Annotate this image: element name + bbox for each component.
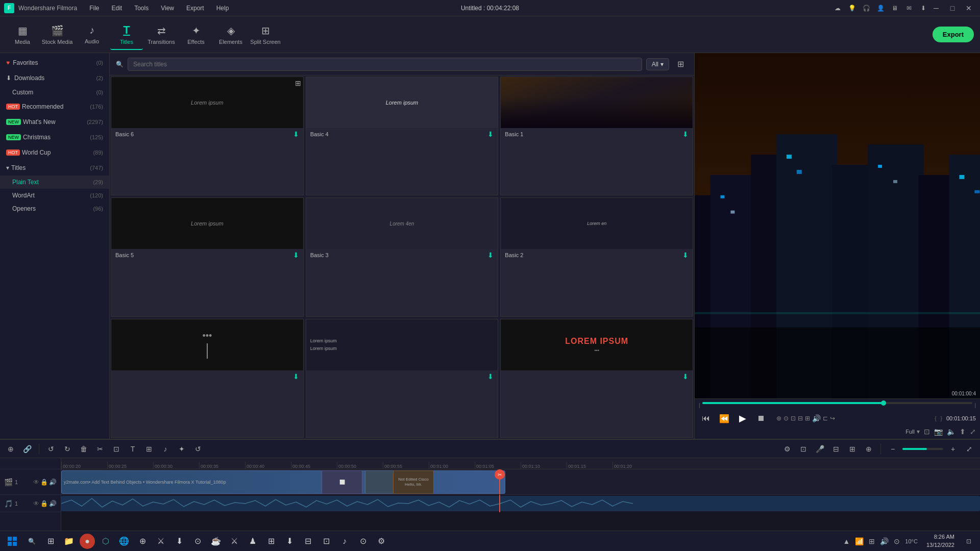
- tool-media[interactable]: ▦ Media: [6, 19, 39, 50]
- clip-thumbnail-3[interactable]: Not Edited Cisco Hello, Mr.: [393, 470, 434, 494]
- filter-dropdown[interactable]: All ▾: [646, 58, 669, 70]
- sidebar-item-christmas[interactable]: NEW Christmas (125): [0, 130, 109, 145]
- card-download-icon[interactable]: ⬇: [682, 372, 689, 381]
- audio-eye-icon[interactable]: 👁: [33, 500, 39, 507]
- title-card-basic6[interactable]: Lorem ipsum ⊞ Basic 6 ⬇: [111, 77, 304, 195]
- audio-btn[interactable]: ♪: [159, 442, 172, 456]
- tray-icon-2[interactable]: ⊞: [867, 537, 876, 545]
- effects-tl-button[interactable]: ✦: [175, 442, 188, 456]
- taskbar-app10[interactable]: ⊞: [263, 534, 279, 549]
- cloud-icon[interactable]: ☁: [832, 3, 843, 14]
- screenshot-icon[interactable]: 📷: [934, 428, 943, 436]
- sidebar-item-worldcup[interactable]: HOT World Cup (89): [0, 145, 109, 160]
- title-card-basic3[interactable]: Lorem 4en Basic 3 ⬇: [306, 197, 499, 316]
- audio-preview-icon[interactable]: 🔈: [947, 428, 955, 436]
- sidebar-item-whatsnew[interactable]: NEW What's New (2297): [0, 114, 109, 130]
- card-download-icon[interactable]: ⬇: [293, 251, 299, 259]
- monitor-icon[interactable]: 🖥: [889, 3, 900, 14]
- chevron-down-icon[interactable]: ▾: [917, 428, 920, 435]
- ctrl-icon-6[interactable]: ⊏: [823, 415, 828, 422]
- settings-tl-button[interactable]: ⚙: [780, 442, 794, 456]
- zoom-in-button[interactable]: +: [946, 442, 960, 456]
- text-button[interactable]: T: [126, 442, 139, 456]
- taskbar-app14[interactable]: ♪: [337, 534, 352, 549]
- taskbar-chrome[interactable]: 🌐: [116, 534, 132, 549]
- tray-icon-1[interactable]: ▲: [842, 537, 852, 545]
- step-back-button[interactable]: ⏪: [717, 411, 731, 425]
- tool-audio[interactable]: ♪ Audio: [76, 19, 108, 50]
- stop-button[interactable]: ⏹: [754, 411, 768, 425]
- play-button[interactable]: ▶: [736, 411, 750, 425]
- title-card-basic5[interactable]: Lorem ipsum Basic 5 ⬇: [111, 197, 304, 316]
- tray-icon-3[interactable]: ⊙: [892, 537, 901, 545]
- tool-titles[interactable]: T Titles: [110, 19, 143, 50]
- tool-split[interactable]: ⊞ Split Screen: [249, 19, 282, 50]
- share-icon[interactable]: ⬆: [960, 428, 966, 436]
- headphones-icon[interactable]: 🎧: [861, 3, 872, 14]
- insert-button[interactable]: ⊕: [862, 442, 875, 456]
- mix-button[interactable]: ⊟: [829, 442, 843, 456]
- progress-bar[interactable]: [702, 402, 973, 404]
- menu-edit[interactable]: Edit: [110, 4, 125, 13]
- delete-button[interactable]: 🗑: [77, 442, 90, 456]
- ctrl-icon-7[interactable]: ↪: [830, 415, 835, 422]
- sidebar-item-recommended[interactable]: HOT Recommended (176): [0, 99, 109, 114]
- taskbar-taskview[interactable]: ⊞: [43, 534, 58, 549]
- minimize-button[interactable]: ─: [929, 3, 943, 14]
- taskbar-explorer[interactable]: 📁: [61, 534, 77, 549]
- sidebar-item-downloads[interactable]: ⬇ Downloads (2): [0, 70, 109, 86]
- adjust-button[interactable]: ⊞: [142, 442, 156, 456]
- tool-transitions[interactable]: ⇄ Transitions: [145, 19, 178, 50]
- preview-size-icon[interactable]: ⊡: [924, 428, 930, 436]
- card-download-icon[interactable]: ⬇: [682, 130, 689, 138]
- sidebar-item-wordart[interactable]: WordArt (120): [0, 189, 109, 202]
- taskbar-app2[interactable]: ⬡: [98, 534, 113, 549]
- ctrl-icon-4[interactable]: ⊟: [798, 415, 803, 422]
- grid-view-button[interactable]: ⊞: [673, 57, 688, 71]
- taskbar-app3[interactable]: ⊕: [135, 534, 150, 549]
- title-card-basic2[interactable]: Lorem en Basic 2 ⬇: [500, 197, 693, 316]
- taskbar-app15[interactable]: ⊙: [355, 534, 371, 549]
- crop-button[interactable]: ⊡: [110, 442, 123, 456]
- taskbar-app6[interactable]: ⊙: [190, 534, 205, 549]
- video-clip-main[interactable]: y2mate.com• Add Text Behind Objects • Wo…: [61, 470, 505, 494]
- taskbar-clock[interactable]: 8:26 AM 13/12/2022: [922, 533, 959, 549]
- audio-lock-icon[interactable]: 🔒: [40, 500, 48, 507]
- cut-button[interactable]: ✂: [93, 442, 107, 456]
- volume-tray-icon[interactable]: 🔊: [878, 537, 890, 545]
- progress-thumb[interactable]: [881, 400, 886, 406]
- title-card-7[interactable]: ••• ⬇: [111, 319, 304, 438]
- motion-button[interactable]: ↺: [191, 442, 205, 456]
- snap-button[interactable]: ⊡: [797, 442, 810, 456]
- search-input[interactable]: [128, 58, 642, 71]
- tool-elements[interactable]: ◈ Elements: [214, 19, 247, 50]
- add-media-button[interactable]: ⊕: [4, 442, 17, 456]
- taskbar-app7[interactable]: ☕: [208, 534, 224, 549]
- tool-effects[interactable]: ✦ Effects: [180, 19, 212, 50]
- taskbar-app11[interactable]: ⬇: [282, 534, 297, 549]
- start-button[interactable]: [4, 533, 20, 549]
- audio-vol-icon[interactable]: 🔊: [49, 500, 57, 507]
- expand-icon[interactable]: ⊞: [295, 79, 301, 87]
- mail-icon[interactable]: ✉: [903, 3, 915, 14]
- menu-help[interactable]: Help: [214, 4, 231, 13]
- eye-icon[interactable]: 👁: [33, 479, 39, 486]
- split-tl-button[interactable]: ⊞: [846, 442, 859, 456]
- tool-stock[interactable]: 🎬 Stock Media: [41, 19, 74, 50]
- undo-button[interactable]: ↺: [44, 442, 58, 456]
- volume-track-icon[interactable]: 🔊: [49, 479, 57, 486]
- title-card-basic1[interactable]: Basic 1 ⬇: [500, 77, 693, 195]
- lightbulb-icon[interactable]: 💡: [846, 3, 857, 14]
- card-download-icon[interactable]: ⬇: [487, 251, 494, 259]
- card-download-icon[interactable]: ⬇: [487, 130, 494, 138]
- menu-file[interactable]: File: [87, 4, 101, 13]
- close-button[interactable]: ✕: [962, 3, 976, 14]
- avatar-icon[interactable]: 👤: [875, 3, 886, 14]
- playhead[interactable]: ✂: [499, 469, 500, 494]
- clip-thumbnail-2[interactable]: [365, 470, 396, 494]
- export-button[interactable]: Export: [933, 27, 974, 42]
- sidebar-item-plaintext[interactable]: Plain Text (29): [0, 176, 109, 189]
- menu-export[interactable]: Export: [184, 4, 206, 13]
- taskbar-app1[interactable]: ●: [80, 534, 95, 549]
- taskbar-app5[interactable]: ⬇: [172, 534, 187, 549]
